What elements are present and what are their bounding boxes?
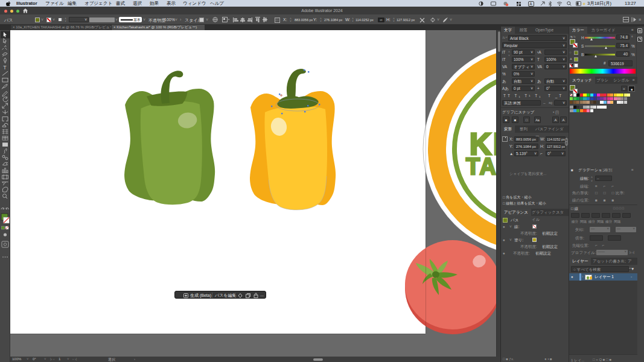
svg-text:A: A <box>529 1 532 5</box>
svg-text:TA: TA <box>466 154 496 179</box>
svg-text:T: T <box>3 65 7 71</box>
